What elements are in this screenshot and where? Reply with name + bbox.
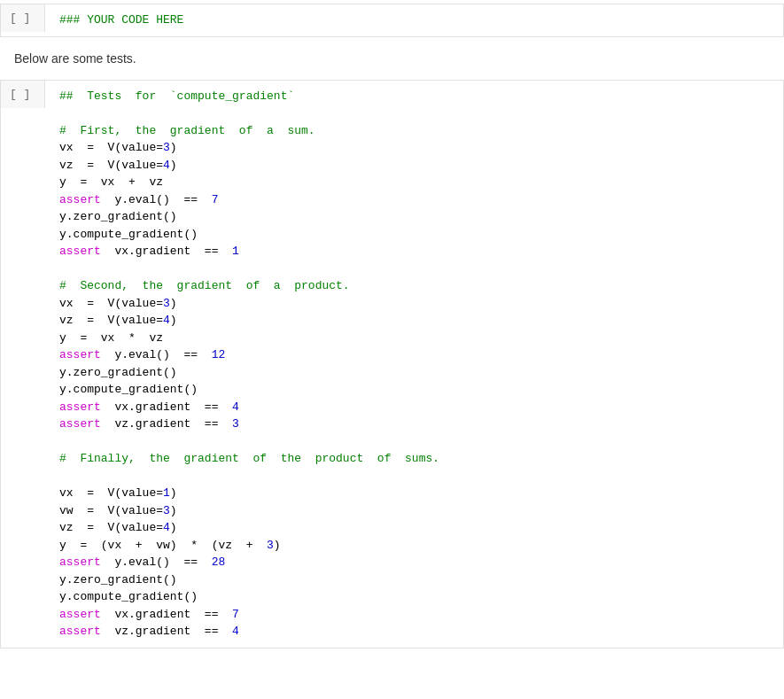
cell-2[interactable]: [ ] ## Tests for `compute_gradient` # Fi… <box>0 80 784 649</box>
cell-label-2: [ ] <box>1 81 45 108</box>
cell-1[interactable]: [ ] ### YOUR CODE HERE <box>0 4 784 37</box>
cell-content-1: ### YOUR CODE HERE <box>45 4 783 36</box>
cell-content-2: ## Tests for `compute_gradient` # First,… <box>45 81 783 648</box>
cell-label-1: [ ] <box>1 4 45 32</box>
notebook: [ ] ### YOUR CODE HERE Below are some te… <box>0 4 784 649</box>
between-label: Below are some tests. <box>14 51 136 66</box>
between-text: Below are some tests. <box>0 41 784 76</box>
